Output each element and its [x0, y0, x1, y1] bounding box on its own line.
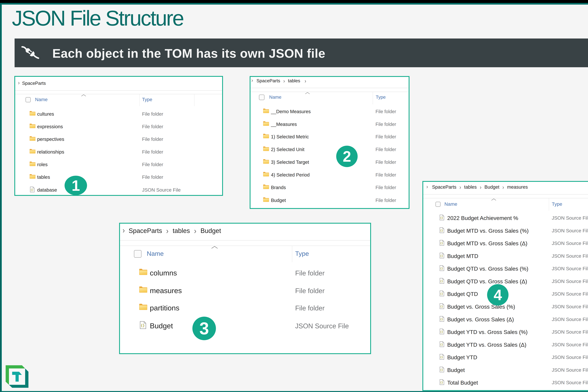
svg-text:{}: {} — [440, 242, 443, 244]
svg-text:{}: {} — [31, 188, 34, 191]
svg-text:{}: {} — [440, 229, 443, 232]
svg-text:{}: {} — [440, 254, 443, 257]
svg-text:{}: {} — [440, 305, 443, 308]
svg-text:{}: {} — [440, 330, 443, 333]
svg-text:{}: {} — [440, 343, 443, 346]
svg-text:{}: {} — [440, 318, 443, 320]
svg-text:{}: {} — [440, 356, 443, 358]
svg-text:{}: {} — [440, 381, 443, 384]
svg-text:{}: {} — [141, 323, 145, 327]
svg-text:{}: {} — [440, 267, 443, 270]
svg-text:{}: {} — [440, 368, 443, 371]
svg-text:{}: {} — [440, 216, 443, 219]
svg-text:{}: {} — [440, 292, 443, 295]
svg-text:{}: {} — [440, 280, 443, 282]
